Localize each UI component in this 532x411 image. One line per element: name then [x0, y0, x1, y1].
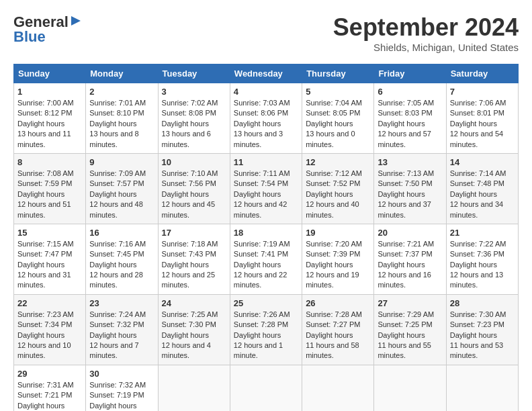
month-title: September 2024 — [333, 13, 519, 42]
day-number: 21 — [450, 228, 515, 238]
day-number: 16 — [89, 228, 154, 238]
calendar-cell: 21 Sunrise: 7:22 AM Sunset: 7:36 PM Dayl… — [446, 224, 518, 294]
day-number: 24 — [162, 298, 226, 308]
day-info: Sunrise: 7:19 AM Sunset: 7:41 PM Dayligh… — [234, 239, 298, 291]
day-info: Sunrise: 7:22 AM Sunset: 7:36 PM Dayligh… — [450, 239, 515, 291]
calendar-cell: 20 Sunrise: 7:21 AM Sunset: 7:37 PM Dayl… — [374, 224, 446, 294]
calendar-cell: 4 Sunrise: 7:03 AM Sunset: 8:06 PM Dayli… — [230, 83, 302, 154]
calendar-cell: 6 Sunrise: 7:05 AM Sunset: 8:03 PM Dayli… — [374, 83, 446, 154]
calendar-cell: 11 Sunrise: 7:11 AM Sunset: 7:54 PM Dayl… — [230, 153, 302, 224]
weekday-header-wednesday: Wednesday — [230, 64, 302, 83]
day-info: Sunrise: 7:25 AM Sunset: 7:30 PM Dayligh… — [162, 310, 226, 361]
calendar-cell: 22 Sunrise: 7:23 AM Sunset: 7:34 PM Dayl… — [14, 294, 86, 365]
calendar-cell: 8 Sunrise: 7:08 AM Sunset: 7:59 PM Dayli… — [14, 153, 86, 224]
logo: General Blue — [13, 13, 82, 46]
week-row-1: 1 Sunrise: 7:00 AM Sunset: 8:12 PM Dayli… — [14, 83, 519, 154]
day-info: Sunrise: 7:16 AM Sunset: 7:45 PM Dayligh… — [89, 239, 154, 291]
calendar-cell: 1 Sunrise: 7:00 AM Sunset: 8:12 PM Dayli… — [14, 83, 86, 154]
day-number: 20 — [378, 228, 442, 238]
calendar-cell: 3 Sunrise: 7:02 AM Sunset: 8:08 PM Dayli… — [158, 83, 230, 154]
svg-marker-0 — [71, 16, 81, 26]
day-info: Sunrise: 7:32 AM Sunset: 7:19 PM Dayligh… — [89, 380, 154, 411]
calendar-cell: 30 Sunrise: 7:32 AM Sunset: 7:19 PM Dayl… — [86, 365, 158, 411]
day-info: Sunrise: 7:31 AM Sunset: 7:21 PM Dayligh… — [17, 380, 82, 411]
weekday-header-monday: Monday — [86, 64, 158, 83]
calendar-cell — [230, 365, 302, 411]
day-info: Sunrise: 7:00 AM Sunset: 8:12 PM Dayligh… — [17, 98, 82, 150]
calendar-cell — [302, 365, 374, 411]
calendar-cell: 19 Sunrise: 7:20 AM Sunset: 7:39 PM Dayl… — [302, 224, 374, 294]
calendar-cell: 26 Sunrise: 7:28 AM Sunset: 7:27 PM Dayl… — [302, 294, 374, 365]
day-number: 27 — [378, 298, 442, 308]
day-info: Sunrise: 7:05 AM Sunset: 8:03 PM Dayligh… — [378, 98, 442, 150]
day-number: 12 — [306, 157, 370, 167]
calendar-cell: 9 Sunrise: 7:09 AM Sunset: 7:57 PM Dayli… — [86, 153, 158, 224]
logo-blue: Blue — [13, 28, 46, 46]
day-number: 9 — [89, 157, 154, 167]
calendar-cell: 23 Sunrise: 7:24 AM Sunset: 7:32 PM Dayl… — [86, 294, 158, 365]
weekday-header-friday: Friday — [374, 64, 446, 83]
calendar-cell: 10 Sunrise: 7:10 AM Sunset: 7:56 PM Dayl… — [158, 153, 230, 224]
week-row-5: 29 Sunrise: 7:31 AM Sunset: 7:21 PM Dayl… — [14, 365, 519, 411]
day-info: Sunrise: 7:10 AM Sunset: 7:56 PM Dayligh… — [162, 169, 226, 220]
day-info: Sunrise: 7:14 AM Sunset: 7:48 PM Dayligh… — [450, 169, 515, 220]
day-number: 17 — [162, 228, 226, 238]
calendar-cell: 5 Sunrise: 7:04 AM Sunset: 8:05 PM Dayli… — [302, 83, 374, 154]
day-number: 5 — [306, 87, 370, 97]
day-number: 30 — [89, 369, 154, 379]
calendar-cell: 14 Sunrise: 7:14 AM Sunset: 7:48 PM Dayl… — [446, 153, 518, 224]
day-info: Sunrise: 7:11 AM Sunset: 7:54 PM Dayligh… — [234, 169, 298, 220]
day-number: 13 — [378, 157, 442, 167]
calendar-cell: 13 Sunrise: 7:13 AM Sunset: 7:50 PM Dayl… — [374, 153, 446, 224]
calendar-cell: 7 Sunrise: 7:06 AM Sunset: 8:01 PM Dayli… — [446, 83, 518, 154]
calendar-cell: 2 Sunrise: 7:01 AM Sunset: 8:10 PM Dayli… — [86, 83, 158, 154]
calendar-cell: 15 Sunrise: 7:15 AM Sunset: 7:47 PM Dayl… — [14, 224, 86, 294]
day-info: Sunrise: 7:21 AM Sunset: 7:37 PM Dayligh… — [378, 239, 442, 291]
day-info: Sunrise: 7:09 AM Sunset: 7:57 PM Dayligh… — [89, 169, 154, 220]
day-number: 7 — [450, 87, 515, 97]
day-number: 28 — [450, 298, 515, 308]
calendar-cell — [446, 365, 518, 411]
day-info: Sunrise: 7:13 AM Sunset: 7:50 PM Dayligh… — [378, 169, 442, 220]
calendar-cell: 25 Sunrise: 7:26 AM Sunset: 7:28 PM Dayl… — [230, 294, 302, 365]
calendar-table: SundayMondayTuesdayWednesdayThursdayFrid… — [13, 64, 519, 411]
calendar-cell: 18 Sunrise: 7:19 AM Sunset: 7:41 PM Dayl… — [230, 224, 302, 294]
day-info: Sunrise: 7:12 AM Sunset: 7:52 PM Dayligh… — [306, 169, 370, 220]
day-number: 14 — [450, 157, 515, 167]
day-number: 10 — [162, 157, 226, 167]
location: Shields, Michigan, United States — [333, 42, 519, 53]
day-number: 2 — [89, 87, 154, 97]
day-number: 11 — [234, 157, 298, 167]
day-info: Sunrise: 7:20 AM Sunset: 7:39 PM Dayligh… — [306, 239, 370, 291]
day-number: 3 — [162, 87, 226, 97]
day-info: Sunrise: 7:06 AM Sunset: 8:01 PM Dayligh… — [450, 98, 515, 150]
calendar-cell: 16 Sunrise: 7:16 AM Sunset: 7:45 PM Dayl… — [86, 224, 158, 294]
day-number: 22 — [17, 298, 82, 308]
calendar-cell: 29 Sunrise: 7:31 AM Sunset: 7:21 PM Dayl… — [14, 365, 86, 411]
logo-arrow-icon — [70, 15, 82, 30]
day-info: Sunrise: 7:28 AM Sunset: 7:27 PM Dayligh… — [306, 310, 370, 361]
day-number: 25 — [234, 298, 298, 308]
day-info: Sunrise: 7:18 AM Sunset: 7:43 PM Dayligh… — [162, 239, 226, 291]
day-info: Sunrise: 7:15 AM Sunset: 7:47 PM Dayligh… — [17, 239, 82, 291]
calendar-cell — [374, 365, 446, 411]
day-info: Sunrise: 7:03 AM Sunset: 8:06 PM Dayligh… — [234, 98, 298, 150]
day-info: Sunrise: 7:02 AM Sunset: 8:08 PM Dayligh… — [162, 98, 226, 150]
day-number: 29 — [17, 369, 82, 379]
day-number: 18 — [234, 228, 298, 238]
weekday-header-saturday: Saturday — [446, 64, 518, 83]
calendar-cell: 28 Sunrise: 7:30 AM Sunset: 7:23 PM Dayl… — [446, 294, 518, 365]
day-info: Sunrise: 7:30 AM Sunset: 7:23 PM Dayligh… — [450, 310, 515, 361]
day-number: 15 — [17, 228, 82, 238]
weekday-header-row: SundayMondayTuesdayWednesdayThursdayFrid… — [14, 64, 519, 83]
week-row-3: 15 Sunrise: 7:15 AM Sunset: 7:47 PM Dayl… — [14, 224, 519, 294]
day-number: 6 — [378, 87, 442, 97]
day-info: Sunrise: 7:29 AM Sunset: 7:25 PM Dayligh… — [378, 310, 442, 361]
calendar-cell: 12 Sunrise: 7:12 AM Sunset: 7:52 PM Dayl… — [302, 153, 374, 224]
calendar-cell: 24 Sunrise: 7:25 AM Sunset: 7:30 PM Dayl… — [158, 294, 230, 365]
day-number: 26 — [306, 298, 370, 308]
day-info: Sunrise: 7:24 AM Sunset: 7:32 PM Dayligh… — [89, 310, 154, 361]
day-info: Sunrise: 7:08 AM Sunset: 7:59 PM Dayligh… — [17, 169, 82, 220]
day-number: 4 — [234, 87, 298, 97]
weekday-header-sunday: Sunday — [14, 64, 86, 83]
